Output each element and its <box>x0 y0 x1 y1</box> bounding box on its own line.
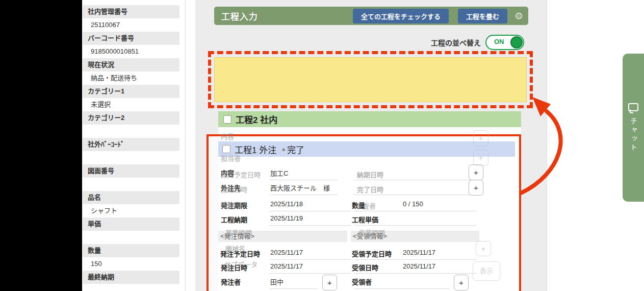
process-drop-target[interactable] <box>208 51 533 108</box>
field-label-kotei-nouki: 工程納期 <box>221 214 247 224</box>
chat-bubble-icon <box>628 103 638 111</box>
sidebar-field-label: 図面番号 <box>83 164 179 178</box>
ghost-field-naiyo: 内容 <box>221 131 234 141</box>
field-underline <box>269 288 318 289</box>
process2-checkbox[interactable] <box>223 115 231 124</box>
sidebar-divider <box>185 0 186 291</box>
sidebar-field-value: 納品・配送待ち <box>83 71 179 85</box>
process1-checkbox[interactable] <box>222 145 230 153</box>
field-underline <box>354 180 475 180</box>
field-label-kanryo-nichiji: 完了日時 <box>357 184 383 194</box>
sidebar-field-value: 9185000010851 <box>83 45 179 58</box>
ghost-add-button: + <box>476 241 491 256</box>
sort-toggle-label: 工程の並べ替え <box>431 37 481 47</box>
field-underline <box>354 259 477 260</box>
sidebar-field-label: 単価 <box>83 217 179 231</box>
sort-toggle[interactable]: ON <box>485 35 524 50</box>
check-all-processes-button[interactable]: 全ての工程をチェックする <box>353 9 449 23</box>
field-label-juryosha: 受領者 <box>352 277 372 286</box>
sidebar-field-label: 最終納期 <box>83 271 179 284</box>
item-detail-sidebar: 社内管理番号 25110067 バーコード番号 9185000010851 現在… <box>83 5 179 291</box>
field-underline <box>354 288 450 289</box>
field-underline <box>354 273 477 274</box>
sidebar-field-value: 150 <box>83 257 179 271</box>
field-value-hacchu-yotei[interactable]: 2025/11/17 <box>270 249 303 256</box>
ghost-field-subdata: サブデータ <box>224 259 257 269</box>
field-label-juryo-yotei: 受領予定日時 <box>352 249 392 258</box>
sidebar-field-value <box>83 151 179 164</box>
gear-icon[interactable]: ⚙ <box>514 10 523 22</box>
chat-bubble-tail <box>630 110 633 113</box>
ghost-field-kikai-mei: 機械名 <box>225 244 245 253</box>
process-input-header: 工程入力 全ての工程をチェックする 工程を畳む ⚙ <box>214 7 528 25</box>
add-button[interactable]: + <box>454 275 469 290</box>
ghost-field-tantosha: 担当者 <box>221 153 241 163</box>
sidebar-field-value <box>83 231 179 244</box>
ghost-add-button: + <box>473 150 488 166</box>
process1-status: 完了 <box>287 143 304 156</box>
drop-highlight <box>214 57 527 102</box>
status-dot-icon: ● <box>281 146 286 153</box>
sidebar-field-label: 数量 <box>83 244 179 257</box>
app-screen: 社内管理番号 25110067 バーコード番号 9185000010851 現在… <box>0 0 644 291</box>
ghost-field-sagyo-jikan: 作業時間 <box>358 228 385 237</box>
sidebar-field-label: 品名 <box>83 191 179 204</box>
process1-title: 工程1 外注 <box>235 143 276 156</box>
field-underline <box>354 211 477 211</box>
process2-header[interactable]: 工程2 社内 <box>218 111 521 127</box>
field-underline <box>269 259 351 260</box>
collapse-processes-button[interactable]: 工程を畳む <box>458 9 507 23</box>
sidebar-field-label: カテゴリー1 <box>83 85 179 98</box>
field-value-gaichusaki[interactable]: 西大阪スチール 様 <box>270 183 330 192</box>
field-label-nouki-nichiji: 納期日時 <box>357 169 383 179</box>
page-title: 工程入力 <box>214 10 344 22</box>
left-dark-panel <box>0 0 82 291</box>
sidebar-field-value <box>83 284 179 291</box>
add-button[interactable]: + <box>322 275 337 290</box>
field-underline <box>269 273 351 274</box>
field-underline <box>354 225 477 226</box>
sidebar-field-value: シャフト <box>83 204 179 217</box>
process2-title: 工程2 社内 <box>236 113 277 126</box>
sidebar-field-value <box>83 178 179 191</box>
field-value-juryo-nichiji[interactable]: 2025/11/17 <box>403 262 435 270</box>
ghost-field-kensabi: 検査日 <box>221 200 241 209</box>
drag-direction-arrow <box>510 91 591 208</box>
field-value-hacchu-kigen[interactable]: 2025/11/18 <box>270 200 303 208</box>
chat-tab-label: チャット <box>628 117 638 152</box>
add-button[interactable]: + <box>469 164 483 180</box>
sidebar-field-label: 社外ﾊﾞｰｺｰﾄﾞ <box>83 138 179 151</box>
ghost-field-kensasha: 検査者 <box>356 201 376 210</box>
field-label-kotei-tanka: 工程単価 <box>352 214 378 224</box>
field-underline <box>269 211 351 211</box>
field-label-juryo-nichiji: 受領日時 <box>352 262 378 272</box>
sidebar-field-label: カテゴリー2 <box>83 111 179 125</box>
sidebar-field-label: 現在状況 <box>83 58 179 71</box>
chat-tab[interactable]: チャット <box>623 54 644 202</box>
sidebar-field-label: 社内管理番号 <box>83 5 179 18</box>
field-underline <box>269 180 338 180</box>
sort-toggle-row: 工程の並べ替え ON <box>431 35 524 50</box>
sidebar-field-label: バーコード番号 <box>83 32 179 45</box>
field-underline <box>269 225 351 226</box>
field-value-juryo-yotei[interactable]: 2025/11/17 <box>403 249 435 256</box>
ghost-field-kijun-jikan: 基準時間 <box>225 228 252 237</box>
field-value-naiyo[interactable]: 加工C <box>270 168 288 178</box>
toggle-knob[interactable] <box>510 36 523 48</box>
field-underline <box>354 195 475 195</box>
field-value-kotei-nouki[interactable]: 2025/11/19 <box>270 214 303 222</box>
field-value-hacchusha[interactable]: 田中 <box>270 277 284 286</box>
toggle-state-label: ON <box>494 38 504 45</box>
process1-header[interactable]: 工程1 外注 ● 完了 <box>218 141 515 157</box>
sidebar-field-value <box>83 125 179 138</box>
ghost-field-kaishi-yotei: 開始予定日時 <box>221 169 261 179</box>
add-button[interactable]: + <box>469 180 483 196</box>
field-value-suryo[interactable]: 0 / 150 <box>403 200 423 208</box>
field-underline <box>269 195 338 195</box>
sidebar-field-value: 未選択 <box>83 98 179 111</box>
ghost-field-kaishi: 開始日時 <box>221 184 247 194</box>
ghost-show-button: 表示 <box>473 261 500 281</box>
field-value-hacchu-nichiji[interactable]: 2025/11/17 <box>270 262 303 270</box>
sidebar-field-value: 25110067 <box>83 18 179 32</box>
ghost-add-button: + <box>473 130 488 147</box>
